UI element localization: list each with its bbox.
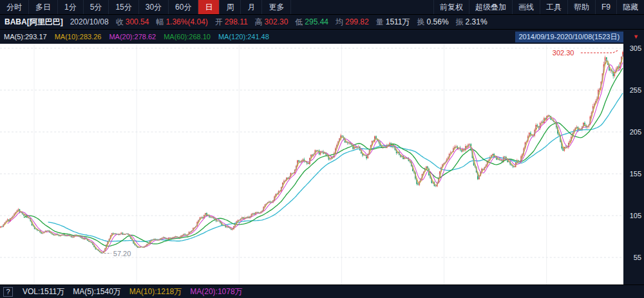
period-tab-6[interactable]: 60分 <box>169 0 198 14</box>
quote-field-low: 低295.44 <box>295 17 328 28</box>
period-tab-1[interactable]: 多日 <box>29 0 58 14</box>
quote-field-open-label: 开 <box>215 17 223 26</box>
quote-field-close-label: 收 <box>116 17 124 26</box>
quote-field-high-label: 高 <box>255 17 263 26</box>
ma-legend-4: MA(120):241.48 <box>218 33 269 41</box>
quote-field-close: 收300.54 <box>116 17 149 28</box>
high-annotation-label: 302.30 <box>553 49 574 57</box>
high-annotation-leader <box>581 51 618 53</box>
quote-field-volume: 量1511万 <box>376 17 410 28</box>
chart-area: 57.20302.30 30525520515510555 <box>0 44 644 284</box>
toolbar-menu: 前复权超级叠加画线工具帮助F9隐藏 <box>433 0 644 14</box>
quote-field-avg: 均299.82 <box>336 17 369 28</box>
quote-field-open-value: 298.11 <box>225 17 248 26</box>
quote-field-change-value: 1.36%(4.04) <box>166 17 207 26</box>
period-tab-3[interactable]: 5分 <box>84 0 109 14</box>
stock-app-window: 分时多日1分5分15分30分60分日周月更多 前复权超级叠加画线工具帮助F9隐藏… <box>0 0 644 298</box>
menubar-item-3[interactable]: 工具 <box>540 0 567 14</box>
ma-line-5 <box>2 54 623 253</box>
period-tab-0[interactable]: 分时 <box>0 0 29 14</box>
date-range-badge[interactable]: 2014/09/19-2020/10/08(1523日) <box>515 32 624 42</box>
quote-fields: 收300.54幅1.36%(4.04)开298.11高302.30低295.44… <box>116 17 488 28</box>
down-candle-bodies <box>2 57 618 253</box>
ma-legend-3: MA(60):268.10 <box>164 33 211 41</box>
quote-field-turnover: 换0.56% <box>417 17 449 28</box>
quote-field-amplitude: 振2.31% <box>456 17 488 28</box>
quote-field-open: 开298.11 <box>215 17 248 28</box>
price-tick-105: 105 <box>630 212 641 219</box>
quote-field-avg-label: 均 <box>336 17 343 26</box>
price-axis: 30525520515510555 <box>623 44 644 284</box>
stock-symbol[interactable]: BABA[阿里巴巴] <box>5 17 63 28</box>
up-candle-wicks <box>1 51 623 254</box>
horizontal-gridlines <box>0 48 623 257</box>
price-tick-205: 205 <box>630 128 641 136</box>
quote-field-volume-label: 量 <box>376 17 384 26</box>
period-tab-10[interactable]: 更多 <box>262 0 291 14</box>
menubar-item-1[interactable]: 超级叠加 <box>469 0 512 14</box>
quote-field-change: 幅1.36%(4.04) <box>156 17 207 28</box>
quote-field-change-label: 幅 <box>156 17 164 26</box>
menubar-item-5[interactable]: F9 <box>595 0 616 14</box>
quote-field-avg-value: 299.82 <box>345 17 369 26</box>
menubar-item-6[interactable]: 隐藏 <box>616 0 644 14</box>
volume-statusbar: ? VOL:1511万MA(5):1540万MA(10):1218万MA(20)… <box>0 284 644 298</box>
period-tab-9[interactable]: 月 <box>241 0 262 14</box>
candlestick-chart[interactable]: 57.20302.30 <box>0 44 623 284</box>
price-tick-155: 155 <box>630 170 641 178</box>
price-tick-255: 255 <box>630 86 641 94</box>
period-tab-5[interactable]: 30分 <box>139 0 169 14</box>
scroll-marker-icon[interactable]: ▼ <box>633 33 639 40</box>
up-candle-bodies <box>1 52 623 253</box>
ma-line-60 <box>24 68 623 247</box>
period-menubar: 分时多日1分5分15分30分60分日周月更多 前复权超级叠加画线工具帮助F9隐藏 <box>0 0 644 15</box>
quote-field-low-label: 低 <box>295 17 303 26</box>
ma-legend-0: MA(5):293.17 <box>4 33 47 41</box>
ma-line-120 <box>48 93 623 242</box>
quote-field-turnover-value: 0.56% <box>427 17 449 26</box>
chart-plot[interactable]: 57.20302.30 <box>0 44 623 284</box>
ma-legend-1: MA(10):283.26 <box>55 33 102 41</box>
quote-field-volume-value: 1511万 <box>386 17 410 26</box>
quote-field-turnover-label: 换 <box>417 17 425 26</box>
quote-field-high-value: 302.30 <box>265 17 289 26</box>
period-tab-2[interactable]: 1分 <box>58 0 84 14</box>
period-tab-4[interactable]: 15分 <box>109 0 138 14</box>
volume-ma-1: MA(5):1540万 <box>73 286 121 297</box>
quote-field-high: 高302.30 <box>255 17 289 28</box>
volume-ma-2: MA(10):1218万 <box>129 286 182 297</box>
price-tick-55: 55 <box>634 254 641 261</box>
volume-ma-3: MA(20):1078万 <box>190 286 242 297</box>
period-tabs: 分时多日1分5分15分30分60分日周月更多 <box>0 0 291 14</box>
quote-date: 2020/10/08 <box>70 17 109 26</box>
volume-ma-items: VOL:1511万MA(5):1540万MA(10):1218万MA(20):1… <box>23 286 243 297</box>
menubar-item-4[interactable]: 帮助 <box>567 0 595 14</box>
menubar-item-0[interactable]: 前复权 <box>433 0 469 14</box>
volume-ma-0: VOL:1511万 <box>23 286 64 297</box>
quote-field-close-value: 300.54 <box>126 17 149 26</box>
ma-legend-2: MA(20):278.62 <box>109 33 156 41</box>
quote-field-amplitude-label: 振 <box>456 17 464 26</box>
quote-field-low-value: 295.44 <box>305 17 328 26</box>
help-icon[interactable]: ? <box>3 287 13 297</box>
ma-legend-bar: MA(5):293.17MA(10):283.26MA(20):278.62MA… <box>0 30 644 44</box>
vertical-gridlines <box>34 44 547 284</box>
period-tab-7[interactable]: 日 <box>198 0 220 14</box>
quote-infobar: BABA[阿里巴巴] 2020/10/08 收300.54幅1.36%(4.04… <box>0 15 644 30</box>
ma-legend-items: MA(5):293.17MA(10):283.26MA(20):278.62MA… <box>4 33 269 41</box>
quote-field-amplitude-value: 2.31% <box>466 17 488 26</box>
down-candle-wicks <box>2 57 618 254</box>
menubar-item-2[interactable]: 画线 <box>512 0 540 14</box>
price-tick-305: 305 <box>630 44 641 52</box>
low-annotation-label: 57.20 <box>113 250 131 257</box>
period-tab-8[interactable]: 周 <box>220 0 241 14</box>
